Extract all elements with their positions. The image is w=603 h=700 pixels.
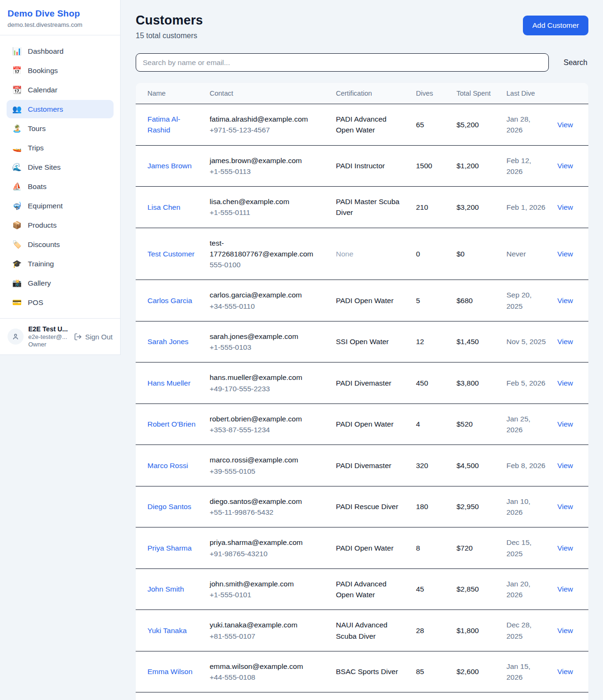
customer-row: Fatima Al-Rashid fatima.alrashid@example… <box>136 104 588 146</box>
customer-dives: 5 <box>416 296 420 305</box>
graduation-cap-icon: 🎓 <box>12 259 22 268</box>
add-customer-button[interactable]: Add Customer <box>523 16 588 35</box>
customer-name-link[interactable]: Priya Sharma <box>147 544 192 552</box>
view-customer-link[interactable]: View <box>557 461 573 469</box>
customer-email: yuki.tanaka@example.com <box>210 619 325 630</box>
customer-last-dive: Feb 8, 2026 <box>506 461 546 469</box>
desert-island-icon: 🏝️ <box>12 124 22 133</box>
sidebar-nav-item[interactable]: 💳 POS <box>7 293 114 312</box>
customer-phone: +1-555-0113 <box>210 166 325 177</box>
sidebar-nav-item[interactable]: 👥 Customers <box>7 100 114 118</box>
customer-certification: PADI Rescue Diver <box>336 502 398 511</box>
sidebar: Demo Dive Shop demo.test.divestreams.com… <box>0 0 121 355</box>
customer-name-link[interactable]: Robert O'Brien <box>147 420 196 428</box>
customer-name-link[interactable]: James Brown <box>147 162 192 170</box>
user-role: Owner <box>28 341 68 348</box>
view-customer-link[interactable]: View <box>557 502 573 511</box>
customer-dives: 85 <box>416 667 424 675</box>
customer-name-link[interactable]: Lisa Chen <box>147 203 180 211</box>
view-customer-link[interactable]: View <box>557 626 573 634</box>
customer-name-link[interactable]: Test Customer <box>147 250 195 258</box>
view-customer-link[interactable]: View <box>557 585 573 593</box>
search-row: Search <box>136 53 588 72</box>
view-customer-link[interactable]: View <box>557 121 573 129</box>
customer-dives: 210 <box>416 203 428 211</box>
customer-phone: +1-555-0111 <box>210 207 325 218</box>
customer-dives: 1500 <box>416 162 432 170</box>
view-customer-link[interactable]: View <box>557 667 573 675</box>
view-customer-link[interactable]: View <box>557 420 573 428</box>
table-body: Fatima Al-Rashid fatima.alrashid@example… <box>136 104 588 700</box>
column-header-dives: Dives <box>410 83 451 104</box>
customer-total-spent: $4,500 <box>456 461 479 469</box>
sidebar-nav-item[interactable]: 📦 Products <box>7 216 114 234</box>
customer-phone: +34-555-0110 <box>210 301 325 312</box>
sidebar-nav-item[interactable]: 🏷️ Discounts <box>7 235 114 254</box>
customer-total-spent: $5,200 <box>456 121 479 129</box>
customer-certification: None <box>336 250 353 258</box>
customer-name-link[interactable]: Sarah Jones <box>147 338 188 346</box>
search-input[interactable] <box>136 53 549 72</box>
customer-name-link[interactable]: Carlos Garcia <box>147 296 192 305</box>
customer-certification: PADI Advanced Open Water <box>336 115 386 134</box>
customer-phone: +971-55-123-4567 <box>210 124 325 135</box>
view-customer-link[interactable]: View <box>557 544 573 552</box>
customer-dives: 65 <box>416 121 424 129</box>
sidebar-nav-item[interactable]: 🤿 Equipment <box>7 197 114 215</box>
view-customer-link[interactable]: View <box>557 296 573 305</box>
customer-name-link[interactable]: Fatima Al-Rashid <box>147 115 180 134</box>
customer-phone: +1-555-0103 <box>210 342 325 353</box>
main-content: Customers 15 total customers Add Custome… <box>121 0 603 700</box>
column-header-contact: Contact <box>204 83 330 104</box>
customer-phone: +81-555-0107 <box>210 631 325 642</box>
customer-name-link[interactable]: Emma Wilson <box>147 667 193 675</box>
sidebar-nav-item[interactable]: 🎓 Training <box>7 255 114 273</box>
customer-name-link[interactable]: Hans Mueller <box>147 379 190 387</box>
customer-last-dive: Nov 5, 2025 <box>506 338 546 346</box>
view-customer-link[interactable]: View <box>557 338 573 346</box>
sidebar-nav-item[interactable]: 📅 Bookings <box>7 61 114 80</box>
sign-out-button[interactable]: Sign Out <box>74 333 113 341</box>
user-email: e2e-tester@... <box>28 333 68 340</box>
sidebar-user-section: E2E Test U... e2e-tester@... Owner Sign … <box>0 318 120 354</box>
sidebar-nav-item[interactable]: 📊 Dashboard <box>7 42 114 60</box>
camera-flash-icon: 📸 <box>12 279 22 288</box>
customer-row: Diego Santos diego.santos@example.com +5… <box>136 486 588 527</box>
view-customer-link[interactable]: View <box>557 203 573 211</box>
diving-mask-icon: 🤿 <box>12 201 22 210</box>
customer-last-dive: Jan 10, 2026 <box>506 497 530 516</box>
customer-dives: 180 <box>416 502 428 511</box>
sidebar-nav-item[interactable]: 📸 Gallery <box>7 274 114 292</box>
sidebar-nav-item[interactable]: 🏝️ Tours <box>7 119 114 138</box>
customer-name-link[interactable]: Marco Rossi <box>147 461 188 469</box>
customer-last-dive: Feb 1, 2026 <box>506 203 546 211</box>
customers-table: Name Contact Certification Dives Total S… <box>136 83 588 700</box>
nav-item-label: Discounts <box>28 240 60 249</box>
wave-icon: 🌊 <box>12 163 22 172</box>
customer-phone: +353-87-555-1234 <box>210 424 325 435</box>
customer-name-link[interactable]: Diego Santos <box>147 502 191 511</box>
customer-certification: BSAC Sports Diver <box>336 667 398 675</box>
view-customer-link[interactable]: View <box>557 162 573 170</box>
customer-row: James Brown james.brown@example.com +1-5… <box>136 145 588 187</box>
customer-total-spent: $1,800 <box>456 626 479 634</box>
customer-last-dive: Feb 12, 2026 <box>506 156 531 175</box>
customer-certification: PADI Open Water <box>336 544 393 552</box>
sidebar-nav-item[interactable]: 🚤 Trips <box>7 139 114 157</box>
customer-email: hans.mueller@example.com <box>210 372 325 383</box>
customer-name-link[interactable]: John Smith <box>147 585 184 593</box>
search-button[interactable]: Search <box>562 56 588 70</box>
nav-item-label: Products <box>28 221 57 230</box>
customer-email: test-1772681807767@example.com <box>210 238 325 260</box>
tear-off-calendar-icon: 📆 <box>12 85 22 94</box>
sidebar-nav-item[interactable]: 📆 Calendar <box>7 81 114 99</box>
view-customer-link[interactable]: View <box>557 379 573 387</box>
customer-name-link[interactable]: Yuki Tanaka <box>147 626 187 634</box>
customer-total-spent: $1,200 <box>456 162 479 170</box>
sidebar-nav-item[interactable]: ⛵ Boats <box>7 177 114 196</box>
users-icon: 👥 <box>12 105 22 114</box>
view-customer-link[interactable]: View <box>557 250 573 258</box>
sidebar-nav-item[interactable]: 🌊 Dive Sites <box>7 158 114 176</box>
page-title: Customers <box>136 13 203 28</box>
nav-item-label: Dive Sites <box>28 163 61 172</box>
